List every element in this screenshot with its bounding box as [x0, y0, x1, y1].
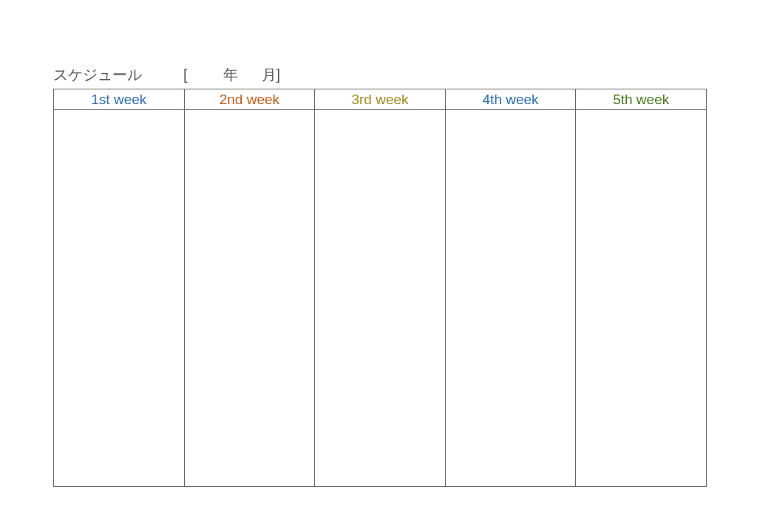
schedule-table: 1st week 2nd week 3rd week 4th week 5th … — [53, 89, 707, 487]
week-cell-2[interactable] — [184, 110, 315, 487]
week-header-5: 5th week — [576, 89, 707, 110]
page-title: スケジュール — [53, 65, 142, 85]
week-header-1: 1st week — [54, 89, 185, 110]
week-header-4: 4th week — [445, 89, 576, 110]
week-cell-3[interactable] — [315, 110, 446, 487]
week-cell-5[interactable] — [576, 110, 707, 487]
date-placeholder: [ 年 月] — [183, 65, 280, 85]
week-header-3: 3rd week — [315, 89, 446, 110]
week-cell-1[interactable] — [54, 110, 185, 487]
week-header-row: 1st week 2nd week 3rd week 4th week 5th … — [54, 89, 707, 110]
week-cell-4[interactable] — [445, 110, 576, 487]
week-body-row — [54, 110, 707, 487]
month-label: 月] — [262, 65, 281, 85]
schedule-table-wrap: 1st week 2nd week 3rd week 4th week 5th … — [53, 89, 707, 487]
year-label: 年 — [223, 65, 238, 85]
week-header-2: 2nd week — [184, 89, 315, 110]
schedule-header: スケジュール [ 年 月] — [53, 65, 280, 85]
bracket-open: [ — [183, 66, 188, 83]
